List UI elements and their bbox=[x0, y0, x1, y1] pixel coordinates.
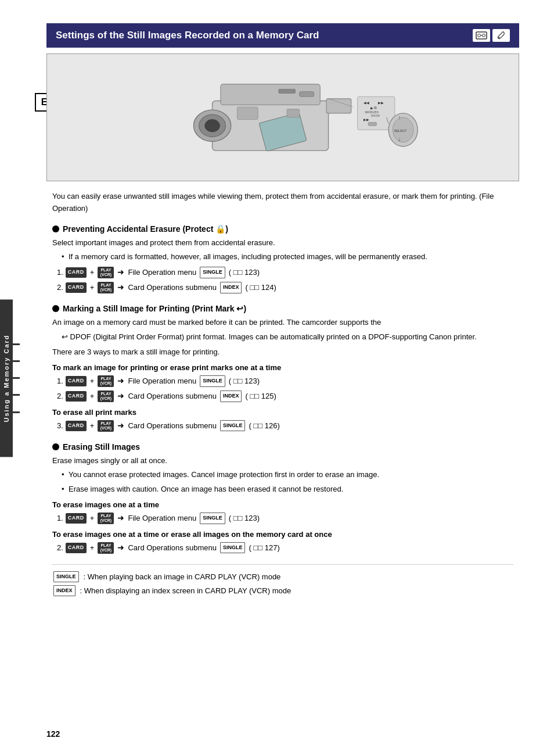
print-sub2-heading: To erase all print marks bbox=[52, 408, 513, 417]
protect-step-1: 1. CARD + PLAY(VCR) ➜ File Operation men… bbox=[57, 266, 513, 280]
svg-point-8 bbox=[205, 120, 220, 132]
note-single-text: : When playing back an image in CARD PLA… bbox=[84, 571, 281, 583]
play-vcr-button-p3s1: PLAY(VCR) bbox=[98, 513, 114, 524]
svg-text:↑: ↑ bbox=[398, 114, 401, 121]
wrench-icon bbox=[495, 31, 507, 40]
print-step-1: 1. CARD + PLAY(VCR) ➜ File Operation men… bbox=[57, 374, 513, 388]
svg-rect-23 bbox=[368, 123, 376, 126]
section-protect-title-text: Preventing Accidental Erasure (Protect 🔒… bbox=[63, 224, 228, 234]
badge-index-p2s2: INDEX bbox=[220, 390, 242, 402]
badge-single-p1s1: SINGLE bbox=[200, 267, 225, 278]
section-protect-bullet: If a memory card is formatted, however, … bbox=[62, 251, 513, 263]
erase-sub1-heading: To erase images one at a time bbox=[52, 500, 513, 509]
tape-icon bbox=[476, 31, 487, 40]
section-erase-body: Erase images singly or all at once. bbox=[52, 455, 513, 467]
play-vcr-button-p1s1: PLAY(VCR) bbox=[98, 267, 114, 278]
svg-rect-11 bbox=[237, 107, 258, 119]
print-step-3: 3. CARD + PLAY(VCR) ➜ Card Operations su… bbox=[57, 419, 513, 433]
play-vcr-button-p3s2: PLAY(VCR) bbox=[98, 542, 114, 554]
section-print-title-text: Marking a Still Image for Printing (Prin… bbox=[63, 304, 246, 313]
erase-step-1: 1. CARD + PLAY(VCR) ➜ File Operation men… bbox=[57, 511, 513, 525]
header-icons bbox=[473, 29, 510, 42]
camera-image-area: ◀◀ ▶▶ ▶/II MKR SUBS SHOW ▶▶ ↑ ↓ SELECT bbox=[46, 53, 519, 181]
svg-rect-9 bbox=[326, 99, 351, 113]
erase-bullet-1: You cannot erase protected images. Cance… bbox=[62, 469, 513, 481]
svg-text:SHOW: SHOW bbox=[370, 114, 380, 117]
section-erase: Erasing Still Images Erase images singly… bbox=[52, 442, 513, 555]
section-print-title: Marking a Still Image for Printing (Prin… bbox=[52, 304, 513, 313]
bullet-circle-print bbox=[52, 305, 59, 312]
badge-index-note: INDEX bbox=[53, 585, 75, 596]
page-header: Settings of the Still Images Recorded on… bbox=[46, 23, 519, 48]
side-line-5 bbox=[13, 411, 20, 413]
erase-step-2: 2. CARD + PLAY(VCR) ➜ Card Operations su… bbox=[57, 541, 513, 555]
protect-step-2: 2. CARD + PLAY(VCR) ➜ Card Operations su… bbox=[57, 281, 513, 295]
wrench-icon-box bbox=[492, 29, 510, 42]
section-protect-body: Select important images and protect them… bbox=[52, 237, 513, 249]
svg-text:SELECT: SELECT bbox=[394, 129, 407, 132]
section-erase-title-text: Erasing Still Images bbox=[63, 442, 140, 452]
card-button-p3s1: CARD bbox=[66, 513, 87, 524]
svg-text:▶▶: ▶▶ bbox=[364, 118, 369, 121]
section-protect-title: Preventing Accidental Erasure (Protect 🔒… bbox=[52, 224, 513, 234]
badge-single-p2s3: SINGLE bbox=[220, 420, 246, 431]
side-tab-label: Using a Memory Card bbox=[3, 334, 10, 422]
side-line-2 bbox=[13, 360, 20, 362]
bullet-circle-erase bbox=[52, 443, 59, 450]
section-print-body2: ↩ DPOF (Digital Print Order Format) prin… bbox=[62, 331, 513, 343]
svg-text:▶/II: ▶/II bbox=[370, 106, 377, 110]
tape-icon-box bbox=[473, 29, 490, 42]
card-button-p3s2: CARD bbox=[66, 543, 87, 553]
svg-rect-12 bbox=[287, 109, 299, 117]
separator bbox=[52, 564, 513, 565]
header-title: Settings of the Still Images Recorded on… bbox=[56, 30, 319, 41]
print-step-2: 2. CARD + PLAY(VCR) ➜ Card Operations su… bbox=[57, 389, 513, 403]
play-vcr-button-p2s1: PLAY(VCR) bbox=[98, 375, 114, 387]
note-index-text: : When displaying an index screen in CAR… bbox=[80, 585, 292, 597]
page-container: Using a Memory Card E Settings of the St… bbox=[0, 0, 554, 756]
play-vcr-button-p2s2: PLAY(VCR) bbox=[98, 390, 114, 402]
note-index: INDEX : When displaying an index screen … bbox=[52, 585, 513, 597]
svg-point-1 bbox=[478, 34, 481, 37]
badge-single-p3s1: SINGLE bbox=[200, 513, 225, 524]
svg-point-3 bbox=[498, 37, 499, 38]
svg-rect-14 bbox=[279, 89, 296, 93]
card-button-p1s1: CARD bbox=[66, 267, 87, 278]
intro-paragraph: You can easily erase unwanted still imag… bbox=[52, 191, 513, 215]
badge-single-p2s1: SINGLE bbox=[200, 375, 225, 386]
side-lines bbox=[13, 343, 20, 413]
play-vcr-button-p1s2: PLAY(VCR) bbox=[98, 282, 114, 293]
svg-rect-13 bbox=[300, 92, 314, 97]
svg-point-2 bbox=[483, 34, 485, 37]
badge-single-p3s2: SINGLE bbox=[220, 542, 246, 553]
card-button-p2s2: CARD bbox=[66, 391, 87, 402]
card-button-p1s2: CARD bbox=[66, 282, 87, 293]
main-content: You can easily erase unwanted still imag… bbox=[46, 191, 519, 597]
svg-text:▶▶: ▶▶ bbox=[378, 101, 384, 105]
play-vcr-button-p2s3: PLAY(VCR) bbox=[98, 420, 114, 432]
section-erase-title: Erasing Still Images bbox=[52, 442, 513, 452]
erase-bullet-2: Erase images with caution. Once an image… bbox=[62, 483, 513, 496]
card-button-p2s1: CARD bbox=[66, 376, 87, 386]
erase-sub2-heading: To erase images one at a time or erase a… bbox=[52, 530, 513, 539]
bullet-circle-protect bbox=[52, 225, 59, 232]
card-button-p2s3: CARD bbox=[66, 421, 87, 431]
badge-index-p1s2: INDEX bbox=[220, 282, 242, 293]
bottom-notes: SINGLE : When playing back an image in C… bbox=[52, 571, 513, 597]
side-tab: Using a Memory Card bbox=[0, 299, 13, 457]
camcorder-illustration: ◀◀ ▶▶ ▶/II MKR SUBS SHOW ▶▶ ↑ ↓ SELECT bbox=[138, 59, 428, 175]
badge-single-note: SINGLE bbox=[53, 571, 79, 582]
note-single: SINGLE : When playing back an image in C… bbox=[52, 571, 513, 583]
side-line-1 bbox=[13, 343, 20, 345]
section-print-mark: Marking a Still Image for Printing (Prin… bbox=[52, 304, 513, 433]
print-sub1-heading: To mark an image for printing or erase p… bbox=[52, 363, 513, 372]
svg-text:◀◀: ◀◀ bbox=[364, 101, 369, 105]
side-line-4 bbox=[13, 394, 20, 396]
side-line-3 bbox=[13, 377, 20, 379]
section-protect: Preventing Accidental Erasure (Protect 🔒… bbox=[52, 224, 513, 295]
svg-text:↓: ↓ bbox=[398, 136, 401, 142]
section-print-body1: An image on a memory card must be marked… bbox=[52, 317, 513, 329]
section-print-ways: There are 3 ways to mark a still image f… bbox=[52, 346, 513, 359]
page-number: 122 bbox=[46, 729, 60, 739]
